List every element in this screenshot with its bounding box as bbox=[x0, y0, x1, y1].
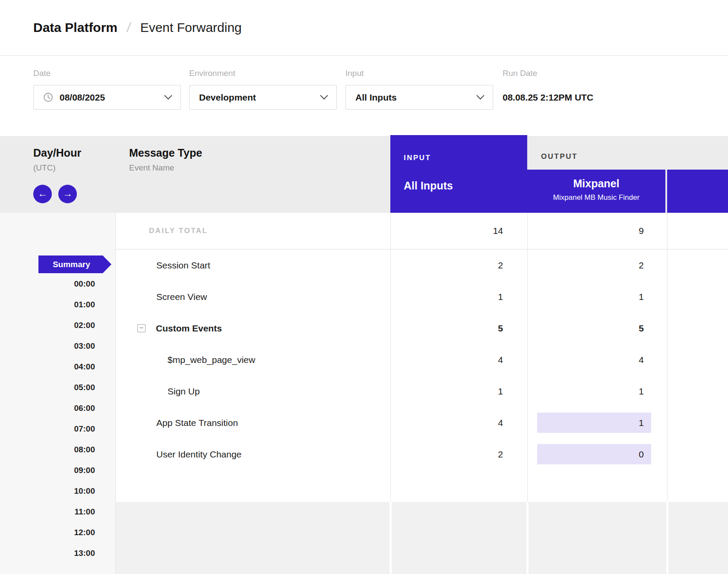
summary-row-badge[interactable]: Summary bbox=[38, 255, 111, 273]
output-value-cell: 2 bbox=[527, 249, 667, 281]
input-dropdown[interactable]: All Inputs bbox=[345, 85, 493, 110]
event-name-cell: User Identity Change bbox=[116, 438, 390, 470]
hour-label[interactable]: 05:00 bbox=[0, 377, 115, 398]
input-count: 1 bbox=[498, 292, 503, 302]
input-value-cell: 2 bbox=[390, 249, 527, 281]
environment-filter-label: Environment bbox=[189, 69, 337, 78]
output-count: 1 bbox=[639, 386, 644, 397]
date-dropdown[interactable]: 08/08/2025 bbox=[33, 85, 181, 110]
output-value-cell: 1 bbox=[527, 375, 667, 407]
input-value-cell: 2 bbox=[390, 438, 527, 470]
event-name: Screen View bbox=[156, 292, 207, 302]
event-name: Session Start bbox=[156, 260, 210, 271]
next-output-cell bbox=[667, 281, 728, 312]
event-name: Custom Events bbox=[156, 323, 222, 334]
hour-label[interactable]: 03:00 bbox=[0, 336, 115, 356]
next-output-column-header[interactable] bbox=[667, 170, 728, 213]
next-output-cell bbox=[667, 312, 728, 344]
output-value-cell: 5 bbox=[527, 312, 667, 344]
day-hour-title: Day/Hour bbox=[33, 147, 81, 159]
daily-total-row: DAILY TOTAL 14 9 bbox=[116, 213, 728, 249]
input-filter-value: All Inputs bbox=[355, 92, 397, 103]
next-output-cell bbox=[667, 407, 728, 438]
input-filter: Input All Inputs bbox=[345, 69, 493, 110]
next-output-cell bbox=[667, 344, 728, 375]
chevron-down-icon bbox=[476, 91, 484, 99]
output-count: 5 bbox=[639, 323, 644, 334]
hour-label[interactable]: 11:00 bbox=[0, 501, 115, 522]
input-count: 5 bbox=[498, 323, 503, 334]
daily-total-output-cell: 9 bbox=[527, 213, 667, 249]
event-name: App State Transition bbox=[156, 418, 238, 428]
day-hour-header: Day/Hour (UTC) bbox=[33, 147, 81, 173]
input-column-name: All Inputs bbox=[404, 180, 527, 192]
table-row: User Identity Change20 bbox=[116, 438, 728, 470]
environment-value: Development bbox=[199, 92, 256, 103]
column-gap bbox=[526, 502, 529, 574]
hour-list: 00:0001:0002:0003:0004:0005:0006:0007:00… bbox=[0, 274, 115, 564]
table-row: App State Transition41 bbox=[116, 407, 728, 438]
day-navigation: ← → bbox=[33, 185, 77, 203]
next-day-button[interactable]: → bbox=[58, 185, 77, 203]
hour-label[interactable]: 04:00 bbox=[0, 356, 115, 377]
chevron-down-icon bbox=[320, 91, 328, 99]
next-output-cell bbox=[667, 249, 728, 281]
input-count: 4 bbox=[498, 418, 503, 428]
clock-icon bbox=[43, 92, 53, 102]
hour-label[interactable]: 10:00 bbox=[0, 481, 115, 501]
output-count: 1 bbox=[639, 292, 644, 302]
hour-label[interactable]: 07:00 bbox=[0, 419, 115, 439]
event-forwarding-page: Data Platform / Event Forwarding Date 08… bbox=[0, 0, 728, 574]
hour-label[interactable]: 13:00 bbox=[0, 543, 115, 564]
environment-filter: Environment Development bbox=[189, 69, 337, 110]
message-type-title: Message Type bbox=[129, 147, 202, 159]
table-row: −Custom Events55 bbox=[116, 312, 728, 344]
table-row: Sign Up11 bbox=[116, 375, 728, 407]
table-row: Session Start22 bbox=[116, 249, 728, 281]
date-filter: Date 08/08/2025 bbox=[33, 69, 181, 110]
daily-total-label-cell: DAILY TOTAL bbox=[116, 213, 390, 249]
event-name-cell: Screen View bbox=[116, 281, 390, 312]
run-date-label: Run Date bbox=[503, 69, 593, 78]
input-value-cell: 4 bbox=[390, 407, 527, 438]
input-value-cell: 1 bbox=[390, 375, 527, 407]
previous-day-button[interactable]: ← bbox=[33, 185, 52, 203]
hour-label[interactable]: 06:00 bbox=[0, 398, 115, 419]
output-column-header[interactable]: Mixpanel Mixpanel MB Music Finder bbox=[527, 170, 665, 213]
chevron-down-icon bbox=[164, 91, 172, 99]
collapse-icon[interactable]: − bbox=[137, 324, 146, 332]
output-value-cell: 0 bbox=[527, 438, 667, 470]
page-title: Event Forwarding bbox=[140, 20, 242, 35]
environment-dropdown[interactable]: Development bbox=[189, 85, 337, 110]
event-rows: Session Start22Screen View11−Custom Even… bbox=[116, 249, 728, 470]
event-name-cell: −Custom Events bbox=[116, 312, 390, 344]
input-column-header[interactable]: INPUT All Inputs bbox=[390, 135, 527, 213]
message-type-header: Message Type Event Name bbox=[129, 147, 202, 173]
daily-total-input-count: 14 bbox=[493, 226, 503, 236]
output-count: 1 bbox=[639, 418, 644, 428]
output-column-name: Mixpanel bbox=[527, 177, 665, 190]
column-gap bbox=[389, 502, 392, 574]
daily-total-label: DAILY TOTAL bbox=[149, 227, 208, 235]
next-output-cell bbox=[667, 375, 728, 407]
output-column-subtitle: Mixpanel MB Music Finder bbox=[527, 193, 665, 202]
hour-label[interactable]: 02:00 bbox=[0, 315, 115, 336]
daily-total-output-count: 9 bbox=[639, 226, 644, 236]
highlight-box bbox=[537, 413, 651, 433]
output-column-caption: OUTPUT bbox=[541, 152, 578, 161]
hour-label[interactable]: 12:00 bbox=[0, 522, 115, 543]
hour-label[interactable]: 09:00 bbox=[0, 460, 115, 481]
output-count: 0 bbox=[639, 449, 644, 460]
event-name-cell: App State Transition bbox=[116, 407, 390, 438]
hour-label[interactable]: 00:00 bbox=[0, 274, 115, 294]
run-date-value: 08.08.25 2:12PM UTC bbox=[503, 85, 593, 110]
breadcrumb-section[interactable]: Data Platform bbox=[33, 20, 117, 35]
filter-bar: Date 08/08/2025 Environment Development bbox=[0, 56, 728, 136]
output-value-cell: 1 bbox=[527, 281, 667, 312]
input-count: 4 bbox=[498, 355, 503, 365]
input-count: 2 bbox=[498, 449, 503, 460]
hour-label[interactable]: 08:00 bbox=[0, 439, 115, 460]
message-type-subtitle: Event Name bbox=[129, 163, 202, 173]
daily-total-next-cell bbox=[667, 213, 728, 249]
hour-label[interactable]: 01:00 bbox=[0, 294, 115, 315]
